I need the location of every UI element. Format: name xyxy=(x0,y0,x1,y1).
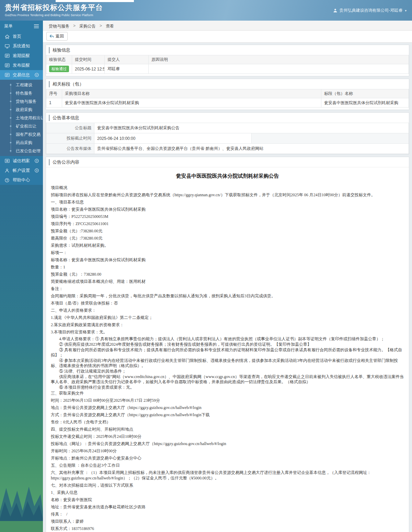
top-notch xyxy=(56,0,134,2)
announcement-paragraph: 开标地点：黔南州公共资源交易中心瓮安县分中心 xyxy=(51,455,404,461)
announcement-section-title: 公告公示内容 xyxy=(46,157,409,167)
verify-col-reason: 原因说明 xyxy=(149,55,409,64)
verify-reason xyxy=(149,64,409,74)
publish-media-label: 公告发布媒体 xyxy=(46,144,94,154)
sidebar-item-label: 帐户设置 xyxy=(13,168,30,174)
page: 贵州省招标投标公共服务平台 GuiZhou Province Tendering… xyxy=(0,0,412,532)
sidebar-item-label: 交易信息 xyxy=(13,72,30,78)
sidebar-subitem-9[interactable]: 土地使用权出让 xyxy=(0,114,43,122)
main-area: 货物与服务 > 采购公告 > 查看 返回 核验信息 xyxy=(43,21,412,532)
sidebar-item-16[interactable]: 帮助中心 xyxy=(0,175,43,185)
announcement-paragraph: 投标文件递交截止时间：2025年06月24日10时00分 xyxy=(51,434,404,439)
sidebar-subitem-7[interactable]: 货物与服务 xyxy=(0,97,43,106)
announcement-paragraph: 七、对本次招标提出询问，请按以下方式联系 xyxy=(51,483,404,488)
app-header: 贵州省招标投标公共服务平台 GuiZhou Province Tendering… xyxy=(0,0,412,21)
announcement-paragraph: 二、申请人的资格要求： xyxy=(51,308,404,313)
sidebar-mountain-art xyxy=(0,185,43,532)
sidebar-item-3[interactable]: 发布提醒 xyxy=(0,60,43,70)
user-menu[interactable]: 贵州弘典建设咨询有限公司-邓廷睿 ▾ xyxy=(333,8,407,13)
sidebar-nav: 首页系统通知逾期提醒发布提醒交易信息工程建设特色服务货物与服务政府采购土地使用权… xyxy=(0,32,43,185)
announcement-paragraph: 预算金额（元）：738280.00 xyxy=(51,271,404,277)
announcement-paragraph: ⑥ 本项目所需特殊行业资质或要求：无。 xyxy=(51,385,404,390)
sidebar-subitem-6[interactable]: 特色服务 xyxy=(0,89,43,97)
bid-deadline-value: 2025-06-24 10:00:00 xyxy=(94,133,252,144)
related-sections-panel: 相关标段（包） 序号 采购项目名称 标段（包）名称 1 瓮安县中医医院医 xyxy=(46,79,409,110)
back-button[interactable]: 返回 xyxy=(46,32,68,41)
related-title: 相关标段（包） xyxy=(46,79,409,89)
basic-info-title: 公告基本信息 xyxy=(46,113,409,123)
announcement-paragraph: 三、获取采购文件 xyxy=(51,390,404,396)
breadcrumb-separator: > xyxy=(73,23,76,28)
announcement-paragraph: 标项一： xyxy=(51,250,404,255)
announcement-paragraph: 1、采购人信息 xyxy=(51,490,404,495)
sidebar-item-label: 系统通知 xyxy=(13,43,30,49)
announcement-paragraph: 项目名称：瓮安县中医医院医共体分院试剂耗材采购 xyxy=(51,207,404,212)
announcement-paragraph: 招标项目的潜在投标人应在登录黔南州公共资源交易电子交易系统（https://gg… xyxy=(51,192,404,198)
table-row: 公告标题 瓮安县中医医院医共体分院试剂耗材采购公告 xyxy=(46,123,409,133)
user-name: 贵州弘典建设咨询有限公司-邓廷睿 xyxy=(339,8,402,13)
announcement-paragraph: 3.本项目的特定资格要求：无。 xyxy=(51,329,404,335)
announcement-body: 项目概况招标项目的潜在投标人应在登录黔南州公共资源交易电子交易系统（https:… xyxy=(51,185,404,532)
hamburger-icon[interactable] xyxy=(34,24,39,28)
sidebar-subitem-5[interactable]: 工程建设 xyxy=(0,81,43,89)
verify-time: 2025-06-12 12:59 xyxy=(72,64,105,74)
sidebar-subitem-8[interactable]: 政府采购 xyxy=(0,106,43,114)
status-badge: 核验通过 xyxy=(49,66,69,72)
announcement-paragraph: 地点：贵州省公共资源交易网上交易大厅（https://ggzy.guizhou.… xyxy=(51,405,404,410)
sidebar-subitem-12[interactable]: 药品采购 xyxy=(0,138,43,147)
related-col-section: 标段（包）名称 xyxy=(321,89,409,98)
toolbar: 返回 xyxy=(43,31,412,43)
announcement-paragraph: 备注： xyxy=(51,286,404,291)
announcement-paragraph: 地址：贵州省瓮安县瓮水街道办事处花桥社区少农路 xyxy=(51,504,404,510)
sidebar-item-15[interactable]: 帐户设置 xyxy=(0,166,43,175)
back-icon xyxy=(49,34,54,38)
sidebar-item-14[interactable]: 诚信档案 xyxy=(0,156,43,166)
verify-row: 核验通过 2025-06-12 12:59 邓廷睿 xyxy=(46,64,409,74)
table-row: 公告发布媒体 贵州省招标公共服务平台、全国公共资源交易平台（贵州省·黔南州）、瓮… xyxy=(46,144,409,154)
sidebar-subitem-13[interactable]: 已发公告处理 xyxy=(0,147,43,155)
announcement-paragraph: 联系方式：18375186976 xyxy=(51,526,404,531)
announcement-paragraph: 简要规格描述或项目基本概况介绍、用途：医用耗材 xyxy=(51,279,404,284)
sidebar-item-label: 帮助中心 xyxy=(13,177,30,183)
announcement-paragraph: 五、公告期限 ：自本公告起3个工作日 xyxy=(51,463,404,468)
announcement-paragraph: 2.落实政府采购政策需满足的资格要求： xyxy=(51,322,404,328)
sidebar-subitem-10[interactable]: 矿业权出让 xyxy=(0,122,43,130)
folder-icon xyxy=(4,73,10,77)
announcement-paragraph: 供应商须承诺，在“信用中国”网站（www.creditchina.gov.cn）… xyxy=(51,374,404,385)
sidebar-item-2[interactable]: 逾期提醒 xyxy=(0,51,43,60)
announcement-paragraph: 六、其他补充事宜 ：（1）本项目采用网上招标投标，尚未注册入库的供应商须登录贵州… xyxy=(51,470,404,481)
related-row-section: 瓮安县中医医院医共体分院试剂耗材采购 xyxy=(321,98,409,108)
announcement-doc: 瓮安县中医医院医共体分院试剂耗材采购公告 项目概况招标项目的潜在投标人应在登录黔… xyxy=(46,167,409,532)
related-row-project: 瓮安县中医医院医共体分院试剂耗材采购 xyxy=(62,98,321,108)
announcement-paragraph: ⑤ 法律、行政法规规定的其他条件； xyxy=(51,369,404,374)
bid-deadline-label: 投标截止时间 xyxy=(46,133,94,144)
announcement-paragraph: 方式：贵州省公共资源交易网上交易大厅（https://ggzy.guizhou.… xyxy=(51,412,404,418)
chevron-right-icon xyxy=(35,168,39,173)
app-title: 贵州省招标投标公共服务平台 xyxy=(5,3,103,12)
sidebar-item-1[interactable]: 系统通知 xyxy=(0,41,43,51)
sidebar-subitem-11[interactable]: 国有产权交易 xyxy=(0,130,43,138)
sidebar-submenu: 工程建设特色服务货物与服务政府采购土地使用权出让矿业权出让国有产权交易药品采购已… xyxy=(0,80,43,156)
announcement-paragraph: 项目编号：P522725202500053M xyxy=(51,214,404,219)
verify-col-person: 提交人 xyxy=(105,55,149,64)
announcement-paragraph: 标项名称：瓮安县中医医院医共体分院试剂耗材采购 xyxy=(51,257,404,263)
table-row: 投标截止时间 2025-06-24 10:00:00 xyxy=(46,133,409,144)
announcement-paragraph: 四、提交投标文件截止时间、开标时间和地点 xyxy=(51,426,404,432)
announcement-paragraph: ③ 具有履行合同所必需的设备和专业技术能力；提供具有履行合同所必需的设备和专业技… xyxy=(51,347,404,358)
home-icon xyxy=(4,34,10,39)
sidebar-item-label: 逾期提醒 xyxy=(13,53,30,59)
announcement-paragraph: 一、项目基本信息 xyxy=(51,199,404,205)
announcement-paragraph: 合同履约期限：采购周期一年，分批次供货，每批次供货产品及数量以招标人通知为准，接… xyxy=(51,293,404,299)
announcement-title-label: 公告标题 xyxy=(46,123,94,133)
verify-person: 邓廷睿 xyxy=(105,64,149,74)
sidebar-item-label: 发布提醒 xyxy=(13,63,30,68)
announcement-paragraph: 最高限价（元）:738280.00元 xyxy=(51,235,404,241)
question-icon xyxy=(4,178,10,182)
user-icon xyxy=(333,8,337,13)
sidebar-item-4[interactable]: 交易信息 xyxy=(0,70,43,80)
announcement-paragraph: 传真： / xyxy=(51,511,404,517)
announcement-paragraph: 名称：瓮安县中医医院 xyxy=(51,497,404,502)
sidebar-item-label: 首页 xyxy=(13,34,21,40)
sidebar-item-0[interactable]: 首页 xyxy=(0,32,43,41)
related-col-no: 序号 xyxy=(46,89,62,98)
